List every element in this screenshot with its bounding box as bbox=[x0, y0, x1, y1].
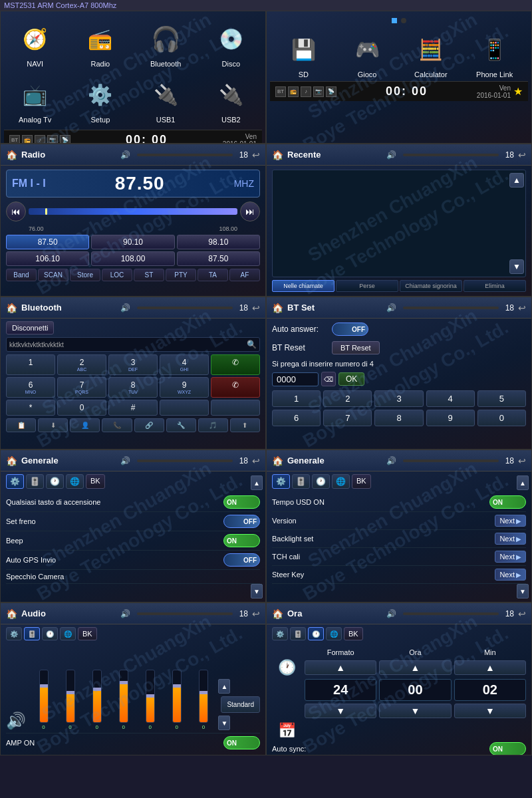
bt-back-icon[interactable]: ↩ bbox=[252, 303, 260, 313]
bt-num-8[interactable]: 8TUV bbox=[108, 377, 158, 398]
btset-home-icon[interactable]: 🏠 bbox=[272, 303, 283, 313]
gen2-tab-settings[interactable]: ⚙️ bbox=[272, 474, 290, 489]
btset-key-2[interactable]: 2 bbox=[323, 390, 372, 407]
ora-min-down[interactable]: ▼ bbox=[454, 704, 526, 718]
app-usb1[interactable]: 🔌 USB1 bbox=[135, 74, 197, 126]
bt-action-5[interactable]: 🔧 bbox=[166, 418, 196, 432]
btset-ok-button[interactable]: OK bbox=[338, 372, 364, 386]
app-usb2[interactable]: 🔌 USB2 bbox=[200, 74, 262, 126]
gen2-tab-clock[interactable]: 🕐 bbox=[312, 474, 330, 489]
ora-tab-settings[interactable]: ⚙️ bbox=[272, 627, 288, 640]
radio-ctrl-st[interactable]: ST bbox=[134, 269, 164, 281]
audio-band-7khz-track[interactable] bbox=[172, 670, 182, 723]
btset-key-4[interactable]: 4 bbox=[426, 390, 475, 407]
radio-preset-5[interactable]: 87.50 bbox=[177, 251, 260, 266]
app-gioco[interactable]: 🎮 Gioco bbox=[337, 29, 398, 81]
gen1-tab-settings[interactable]: ⚙️ bbox=[6, 474, 24, 489]
gen2-scroll-down[interactable]: ▼ bbox=[517, 584, 529, 598]
radio-ctrl-pty[interactable]: PTY bbox=[166, 269, 196, 281]
tab-elimina[interactable]: Elimina bbox=[464, 280, 526, 292]
radio-slider-track[interactable] bbox=[29, 208, 237, 215]
ora-formato-up[interactable]: ▲ bbox=[305, 660, 376, 675]
bt-num-hash[interactable]: # bbox=[108, 400, 158, 416]
audio-scroll-down[interactable]: ▼ bbox=[218, 716, 230, 730]
ora-tab-globe[interactable]: 🌐 bbox=[326, 627, 342, 640]
bt-num-9[interactable]: 9WXYZ bbox=[160, 377, 209, 398]
bt-num-0[interactable]: 0 bbox=[57, 400, 106, 416]
radio-preset-0[interactable]: 87.50 bbox=[6, 235, 89, 249]
gen2-scroll-up[interactable]: ▲ bbox=[517, 475, 529, 490]
radio-ctrl-af[interactable]: AF bbox=[229, 269, 260, 281]
audio-tab-globe[interactable]: 🌐 bbox=[60, 627, 76, 640]
audio-band-1khz-track[interactable] bbox=[119, 670, 128, 723]
gen1-tab-globe[interactable]: 🌐 bbox=[66, 474, 84, 489]
btset-key-8[interactable]: 8 bbox=[374, 410, 423, 426]
bt-action-1[interactable]: ⬇ bbox=[38, 418, 68, 432]
tab-chiamate-signorina[interactable]: Chiamate signorina bbox=[400, 280, 462, 292]
bt-action-4[interactable]: 🔗 bbox=[134, 418, 164, 432]
app-calculator[interactable]: 🧮 Calculator bbox=[401, 29, 462, 81]
recente-vol-icon[interactable]: 🔊 bbox=[386, 150, 396, 160]
btset-key-5[interactable]: 5 bbox=[477, 390, 526, 407]
audio-band-60hz-track[interactable] bbox=[39, 670, 49, 723]
gen2-tab-globe[interactable]: 🌐 bbox=[332, 474, 350, 489]
bt-vol-icon[interactable]: 🔊 bbox=[120, 303, 130, 313]
app-radio[interactable]: 📻 Radio bbox=[69, 18, 131, 70]
bt-call-red[interactable]: ✆ bbox=[211, 377, 260, 398]
btset-key-0[interactable]: 0 bbox=[477, 410, 526, 426]
recente-home-icon[interactable]: 🏠 bbox=[272, 150, 283, 160]
btset-key-1[interactable]: 1 bbox=[272, 390, 321, 407]
btset-reset-button[interactable]: BT Reset bbox=[332, 341, 380, 354]
bt-search-icon[interactable]: 🔍 bbox=[247, 340, 257, 349]
recente-scroll-up[interactable]: ▲ bbox=[509, 173, 524, 188]
gen1-tab-clock[interactable]: 🕐 bbox=[46, 474, 64, 489]
btset-key-7[interactable]: 7 bbox=[323, 410, 372, 426]
radio-ctrl-loc[interactable]: LOC bbox=[102, 269, 132, 281]
bt-num-6[interactable]: 6MNO bbox=[6, 377, 55, 398]
bt-num-3[interactable]: 3DEF bbox=[108, 354, 158, 375]
tab-nelle-chiamate[interactable]: Nelle chiamate bbox=[272, 280, 334, 292]
ora-formato-down[interactable]: ▼ bbox=[305, 704, 376, 718]
audio-band-150hz-track[interactable] bbox=[66, 670, 75, 723]
app-navi[interactable]: 🧭 NAVI bbox=[4, 18, 66, 70]
btset-autoanswer-toggle[interactable]: OFF bbox=[332, 323, 368, 336]
btset-key-6[interactable]: 6 bbox=[272, 410, 321, 426]
app-disco[interactable]: 💿 Disco bbox=[200, 18, 262, 70]
gen1-back-icon[interactable]: ↩ bbox=[252, 456, 260, 466]
audio-band-15khz-track[interactable] bbox=[199, 670, 208, 723]
ora-ora-down[interactable]: ▼ bbox=[379, 704, 451, 718]
gen1-tab-eq[interactable]: 🎚️ bbox=[26, 474, 44, 489]
audio-tab-settings[interactable]: ⚙️ bbox=[6, 627, 22, 640]
bt-action-6[interactable]: 🎵 bbox=[198, 418, 228, 432]
bt-call-green[interactable]: ✆ bbox=[211, 354, 260, 375]
audio-standard-button[interactable]: Standard bbox=[221, 696, 260, 713]
audio-home-icon[interactable]: 🏠 bbox=[6, 608, 17, 619]
gen1-scroll-up[interactable]: ▲ bbox=[251, 475, 263, 490]
radio-preset-3[interactable]: 106.10 bbox=[6, 251, 89, 266]
gen1-vol-icon[interactable]: 🔊 bbox=[120, 456, 130, 466]
audio-scroll-up[interactable]: ▲ bbox=[218, 679, 230, 694]
tab-perse[interactable]: Perse bbox=[336, 280, 398, 292]
radio-home-icon[interactable]: 🏠 bbox=[6, 150, 17, 160]
ora-home-icon[interactable]: 🏠 bbox=[272, 608, 283, 619]
audio-vol-icon-header[interactable]: 🔊 bbox=[120, 609, 130, 618]
gen2-home-icon[interactable]: 🏠 bbox=[272, 456, 283, 466]
radio-preset-2[interactable]: 98.10 bbox=[177, 235, 260, 249]
btset-del-button[interactable]: ⌫ bbox=[321, 372, 336, 386]
ora-vol-icon[interactable]: 🔊 bbox=[386, 609, 396, 618]
recente-back-icon[interactable]: ↩ bbox=[518, 150, 526, 160]
audio-tab-clock[interactable]: 🕐 bbox=[42, 627, 58, 640]
audio-bk-button[interactable]: BK bbox=[78, 627, 97, 640]
audio-tab-eq[interactable]: 🎚️ bbox=[24, 627, 40, 640]
audio-band-3khz-track[interactable] bbox=[146, 670, 155, 723]
bt-action-2[interactable]: 👤 bbox=[70, 418, 100, 432]
radio-ctrl-band[interactable]: Band bbox=[6, 269, 37, 281]
ora-min-up[interactable]: ▲ bbox=[454, 660, 526, 675]
bt-action-3[interactable]: 📞 bbox=[102, 418, 132, 432]
btset-pin-input[interactable] bbox=[272, 372, 319, 386]
radio-next-button[interactable]: ⏭ bbox=[240, 201, 260, 221]
bt-action-7[interactable]: ⬆ bbox=[230, 418, 260, 432]
gen1-home-icon[interactable]: 🏠 bbox=[6, 456, 17, 466]
radio-ctrl-scan[interactable]: SCAN bbox=[38, 269, 68, 281]
gen1-scroll-down[interactable]: ▼ bbox=[251, 584, 263, 598]
